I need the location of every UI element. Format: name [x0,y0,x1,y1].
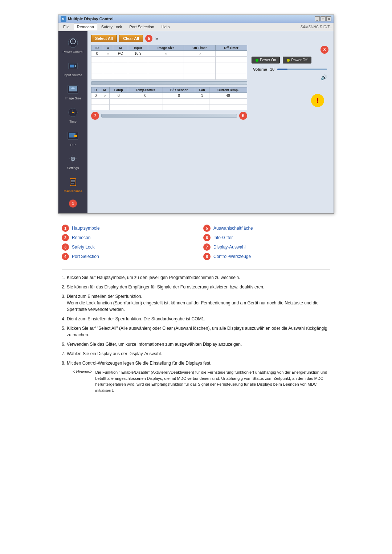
legend-right: 5 Auswahlschaltfläche 6 Info-Gitter 7 Di… [203,225,330,262]
svg-point-14 [72,112,74,113]
window-title: Multiple Display Control [68,17,114,21]
legend-badge-7: 7 [203,243,211,251]
legend-item-8: 8 Control-Werkzeuge [203,253,330,260]
bottom-info-table: D M Lamp Temp.Status B/R Senser Fan Curr… [91,87,247,110]
badge-8: 8 [320,46,328,54]
power-on-indicator [256,59,258,62]
menu-port-selection[interactable]: Port Selection [126,24,157,30]
col-input: Input [128,45,148,51]
menu-help[interactable]: Help [158,24,173,30]
split-area: ID U M Input Image Size On Timer Off Tim… [91,45,330,120]
desc-text-4: Dient zum Einstellen der Sperrfunktion. … [67,316,205,322]
second-table-wrapper: D M Lamp Temp.Status B/R Senser Fan Curr… [91,87,247,110]
main-panel: Select All Clear All 5 le ID [87,31,334,213]
desc-text-1: Klicken Sie auf Hauptsymbole, um zu den … [67,274,240,281]
btable-empty-1 [91,99,247,104]
right-controls: 8 Power On Power Off [250,45,330,120]
top-table-scrollbar[interactable] [91,81,247,85]
desc-num-3: 3. [62,293,65,313]
table-row-empty-1 [91,57,247,62]
select-all-button[interactable]: Select All [91,35,117,42]
brand-label: SAMSUNG DIGIT... [301,25,332,29]
power-control-icon [66,36,79,49]
time-icon [66,106,79,119]
hinweis-block: < Hinweis> Die Funktion " Enable/Disable… [73,369,330,393]
desc-text-2: Sie können für das Display den Empfänger… [67,284,264,290]
toolbar-badge-5: 5 [145,35,152,42]
sidebar-item-pip[interactable]: PIP [60,128,86,148]
desc-num-5: 5. [62,325,65,338]
legend-item-4: 4 Port Selection [62,253,189,260]
volume-value: 10 [270,67,274,71]
legend-badge-8: 8 [203,253,211,260]
toolbar-label: le [155,36,158,41]
sidebar-item-maintenance[interactable]: Maintenance [60,174,86,194]
input-source-icon [66,59,79,73]
menu-safety-lock[interactable]: Safety Lock [98,24,125,30]
maintenance-icon [66,176,79,189]
legend-item-3: 3 Safety Lock [62,243,189,251]
desc-num-8: 8. [62,360,65,366]
power-on-button[interactable]: Power On [252,57,280,63]
table-row-empty-4 [91,74,247,80]
legend-item-2: 2 Remocon [62,234,189,241]
bcol-br-senser: B/R Senser [163,87,195,93]
display-select-area[interactable] [101,114,237,118]
sidebar-item-input-source[interactable]: Input Source [60,58,86,78]
sidebar-label-pip: PIP [70,143,76,147]
legend-item-6: 6 Info-Gitter [203,234,330,241]
col-image-size: Image Size [148,45,184,51]
hinweis-label: < Hinweis> [73,369,92,393]
legend-badge-5: 5 [203,225,211,232]
desc-num-7: 7. [62,350,65,357]
sidebar-item-image-size[interactable]: Image Size [60,81,86,102]
volume-slider[interactable] [277,69,327,70]
speaker-icon: 🔊 [321,74,327,80]
sidebar-item-time[interactable]: Time [60,104,86,125]
badge-1: 1 [69,200,77,208]
badge-7: 7 [91,112,99,120]
menu-file[interactable]: File [60,24,73,30]
legend-text-5: Auswahlschaltfläche [213,226,253,231]
desc-section: 1. Klicken Sie auf Hauptsymbole, um zu d… [58,270,334,393]
btable-empty-2 [91,104,247,110]
svg-point-19 [72,158,74,160]
sidebar-label-image: Image Size [65,97,81,100]
power-off-label: Power Off [291,58,307,62]
badge-6: 6 [239,112,247,120]
table-row-empty-2 [91,62,247,68]
left-tables: ID U M Input Image Size On Timer Off Tim… [91,45,247,120]
legend-left: 1 Hauptsymbole 2 Remocon 3 Safety Lock 4… [62,225,189,262]
close-button[interactable]: ✕ [326,16,331,21]
sidebar-label-time: Time [69,120,77,123]
bcol-current-temp: CurrentTemp. [209,87,247,93]
svg-rect-20 [70,178,76,186]
power-off-button[interactable]: Power Off [283,57,311,63]
hinweis-text: Die Funktion " Enable/Disable" (Aktivier… [95,369,330,393]
col-id: ID [91,45,103,51]
legend-text-1: Hauptsymbole [72,226,100,231]
legend-text-7: Display-Auswahl [213,245,246,250]
desc-num-1: 1. [62,274,65,281]
menu-bar: File Remocon Safety Lock Port Selection … [58,23,334,31]
volume-fill [277,69,287,70]
sidebar-item-settings[interactable]: Settings [60,151,86,171]
app-content: Power Control Input Source [58,31,334,213]
title-bar-left: M Multiple Display Control [61,16,114,22]
bottom-scrollbar[interactable] [101,114,237,118]
desc-num-4: 4. [62,316,65,322]
minimize-button[interactable]: _ [315,16,320,21]
col-on-timer: On Timer [184,45,215,51]
desc-item-5: 5. Klicken Sie auf "Select All" (Alle au… [62,325,330,338]
svg-rect-17 [74,135,77,137]
bcol-lamp: Lamp [109,87,128,93]
bcol-d: D [91,87,100,93]
settings-icon [66,152,79,165]
svg-rect-6 [70,65,74,67]
maximize-button[interactable]: □ [320,16,326,21]
sidebar-item-power-control[interactable]: Power Control [60,35,86,55]
sidebar-label-input: Input Source [64,73,82,77]
menu-remocon[interactable]: Remocon [74,24,97,30]
clear-all-button[interactable]: Clear All [119,35,143,42]
sidebar-label-power: Power Control [62,50,83,54]
